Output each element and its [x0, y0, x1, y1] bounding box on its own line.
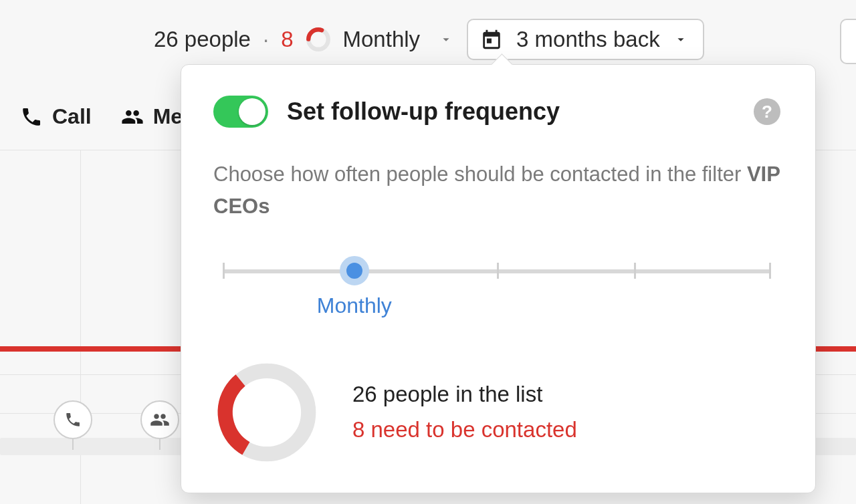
slider-tick [497, 263, 499, 279]
toggle-knob [239, 98, 265, 125]
need-contact-count: 8 [281, 27, 293, 52]
popover-title: Set follow-up frequency [287, 98, 735, 126]
log-meeting-button[interactable]: Me [121, 104, 183, 129]
calendar-icon [480, 28, 503, 51]
people-icon [150, 410, 170, 430]
followup-toggle[interactable] [213, 96, 268, 128]
slider-tick [634, 263, 636, 279]
slider-tick [769, 263, 771, 279]
chevron-down-icon [673, 27, 688, 52]
slider-handle[interactable] [340, 256, 369, 285]
people-icon [121, 106, 144, 128]
log-call-button[interactable]: Call [20, 104, 92, 129]
log-meeting-label: Me [153, 104, 183, 129]
stats-total-line: 26 people in the list [352, 377, 577, 412]
phone-icon [20, 106, 43, 128]
chevron-down-icon [439, 32, 453, 47]
followup-frequency-popover: Set follow-up frequency ? Choose how oft… [181, 64, 816, 493]
slider-tick [223, 263, 225, 279]
frequency-current-label: Monthly [343, 27, 421, 52]
popover-description-text: Choose how often people should be contac… [213, 162, 747, 186]
slider-selected-label: Monthly [317, 293, 392, 318]
popover-description: Choose how often people should be contac… [213, 158, 780, 223]
need-contact-donut-icon [306, 27, 331, 52]
help-icon[interactable]: ? [754, 98, 780, 125]
timeline-event-call[interactable] [54, 400, 92, 439]
time-range-label: 3 months back [516, 27, 660, 52]
frequency-dropdown-trigger[interactable]: 26 people · 8 Monthly [154, 27, 453, 52]
stats-need-line: 8 need to be contacted [352, 412, 577, 448]
stats-donut-icon [213, 359, 320, 466]
log-call-label: Call [52, 104, 92, 129]
people-count-label: 26 people [154, 27, 251, 52]
timeline-event-meeting[interactable] [140, 400, 179, 439]
frequency-slider[interactable]: Monthly [213, 259, 780, 285]
adjacent-dropdown-edge[interactable] [840, 19, 856, 64]
phone-icon [64, 411, 82, 428]
separator-dot: · [263, 27, 269, 52]
